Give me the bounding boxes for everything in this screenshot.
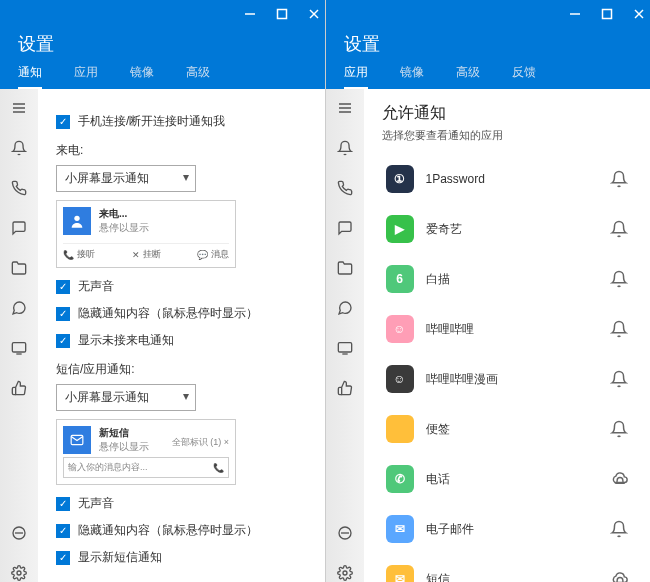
tab-feedback[interactable]: 反馈: [512, 64, 536, 89]
sms-label: 短信/应用通知:: [56, 361, 307, 378]
dropdown-incoming[interactable]: 小屏幕显示通知: [56, 165, 196, 192]
tab-apps[interactable]: 应用: [74, 64, 98, 89]
thumb-icon[interactable]: [336, 379, 354, 397]
svg-rect-14: [603, 10, 612, 19]
notify-mode-icon[interactable]: [610, 370, 628, 388]
preview-call-line1: 来电...: [99, 207, 149, 221]
checkbox-hide2[interactable]: ✓: [56, 524, 70, 538]
app-name: 电话: [426, 471, 599, 488]
phone-icon[interactable]: [10, 179, 28, 197]
notify-mode-icon[interactable]: [610, 470, 628, 488]
bell-icon[interactable]: [10, 139, 28, 157]
power-icon[interactable]: [336, 524, 354, 542]
checkbox-hide1[interactable]: ✓: [56, 307, 70, 321]
label-hide1: 隐藏通知内容（鼠标悬停时显示）: [78, 305, 258, 322]
app-item[interactable]: 6白描: [382, 257, 633, 301]
tabs: 应用 镜像 高级 反馈: [344, 64, 633, 89]
notify-mode-icon[interactable]: [610, 570, 628, 582]
folder-icon[interactable]: [10, 259, 28, 277]
minimize-button[interactable]: [243, 7, 257, 21]
notify-mode-icon[interactable]: [610, 170, 628, 188]
notify-mode-icon[interactable]: [610, 270, 628, 288]
app-item[interactable]: ✉电子邮件: [382, 507, 633, 551]
menu-icon[interactable]: [336, 99, 354, 117]
preview-sms: 新短信悬停以显示 全部标识 (1) × 输入你的消息内容...📞: [56, 419, 236, 485]
notify-mode-icon[interactable]: [610, 520, 628, 538]
notify-mode-icon[interactable]: [610, 420, 628, 438]
message-icon[interactable]: [336, 219, 354, 237]
preview-sms-line2: 悬停以显示: [99, 440, 149, 454]
svg-point-10: [17, 571, 21, 575]
tab-notify[interactable]: 通知: [18, 64, 42, 89]
app-name: 便签: [426, 421, 599, 438]
gear-icon[interactable]: [10, 564, 28, 582]
app-item[interactable]: ✆电话: [382, 457, 633, 501]
tab-mirror[interactable]: 镜像: [400, 64, 424, 89]
preview-btn-answer[interactable]: 📞 接听: [63, 248, 95, 261]
svg-point-23: [343, 571, 347, 575]
phone-icon[interactable]: [336, 179, 354, 197]
thumb-icon[interactable]: [10, 379, 28, 397]
tab-adv[interactable]: 高级: [456, 64, 480, 89]
svg-rect-20: [338, 343, 351, 352]
sidebar: [0, 89, 38, 582]
tab-adv[interactable]: 高级: [186, 64, 210, 89]
tab-apps[interactable]: 应用: [344, 64, 368, 89]
app-name: 1Password: [426, 172, 599, 186]
content-left: ✓手机连接/断开连接时通知我 来电: 小屏幕显示通知 来电...悬停以显示 📞 …: [38, 89, 325, 582]
app-icon: ①: [386, 165, 414, 193]
content-right: 允许通知 选择您要查看通知的应用 ①1Password▶爱奇艺6白描☺哔哩哔哩☺…: [364, 89, 651, 582]
allow-notify-heading: 允许通知: [382, 103, 633, 124]
settings-window-left: 设置 通知 应用 镜像 高级 ✓手机连接/断开连接时通知我 来电: 小屏幕显示通…: [0, 0, 325, 582]
app-name: 哔哩哔哩漫画: [426, 371, 599, 388]
incoming-label: 来电:: [56, 142, 307, 159]
checkbox-mute1[interactable]: ✓: [56, 280, 70, 294]
maximize-button[interactable]: [275, 7, 289, 21]
label-mute1: 无声音: [78, 278, 114, 295]
power-icon[interactable]: [10, 524, 28, 542]
cast-icon[interactable]: [10, 339, 28, 357]
label-new: 显示新短信通知: [78, 549, 162, 566]
minimize-button[interactable]: [568, 7, 582, 21]
folder-icon[interactable]: [336, 259, 354, 277]
app-item[interactable]: ▶爱奇艺: [382, 207, 633, 251]
preview-call-line2: 悬停以显示: [99, 221, 149, 235]
app-item[interactable]: ①1Password: [382, 157, 633, 201]
checkbox-new[interactable]: ✓: [56, 551, 70, 565]
notify-mode-icon[interactable]: [610, 320, 628, 338]
close-button[interactable]: [307, 7, 321, 21]
app-name: 短信: [426, 571, 599, 583]
maximize-button[interactable]: [600, 7, 614, 21]
app-item[interactable]: 便签: [382, 407, 633, 451]
app-name: 哔哩哔哩: [426, 321, 599, 338]
app-item[interactable]: ☺哔哩哔哩: [382, 307, 633, 351]
tab-mirror[interactable]: 镜像: [130, 64, 154, 89]
bell-icon[interactable]: [336, 139, 354, 157]
chat-icon[interactable]: [336, 299, 354, 317]
close-button[interactable]: [632, 7, 646, 21]
checkbox-missed[interactable]: ✓: [56, 334, 70, 348]
tabs: 通知 应用 镜像 高级: [18, 64, 307, 89]
menu-icon[interactable]: [10, 99, 28, 117]
checkbox-mute2[interactable]: ✓: [56, 497, 70, 511]
notify-mode-icon[interactable]: [610, 220, 628, 238]
dropdown-sms[interactable]: 小屏幕显示通知: [56, 384, 196, 411]
checkbox-phone-connect[interactable]: ✓: [56, 115, 70, 129]
app-icon: ✉: [386, 565, 414, 582]
message-icon[interactable]: [10, 219, 28, 237]
app-icon: ☺: [386, 315, 414, 343]
page-title: 设置: [344, 32, 633, 56]
app-icon: ☺: [386, 365, 414, 393]
preview-btn-hangup[interactable]: ✕ 挂断: [132, 248, 161, 261]
gear-icon[interactable]: [336, 564, 354, 582]
app-item[interactable]: ☺哔哩哔哩漫画: [382, 357, 633, 401]
app-item[interactable]: ✉短信: [382, 557, 633, 582]
svg-rect-7: [12, 343, 25, 352]
header: 设置 应用 镜像 高级 反馈: [326, 28, 651, 89]
chat-icon[interactable]: [10, 299, 28, 317]
cast-icon[interactable]: [336, 339, 354, 357]
app-icon: [386, 415, 414, 443]
preview-btn-msg[interactable]: 💬 消息: [197, 248, 229, 261]
app-icon: ▶: [386, 215, 414, 243]
preview-sms-input[interactable]: 输入你的消息内容...📞: [63, 457, 229, 478]
